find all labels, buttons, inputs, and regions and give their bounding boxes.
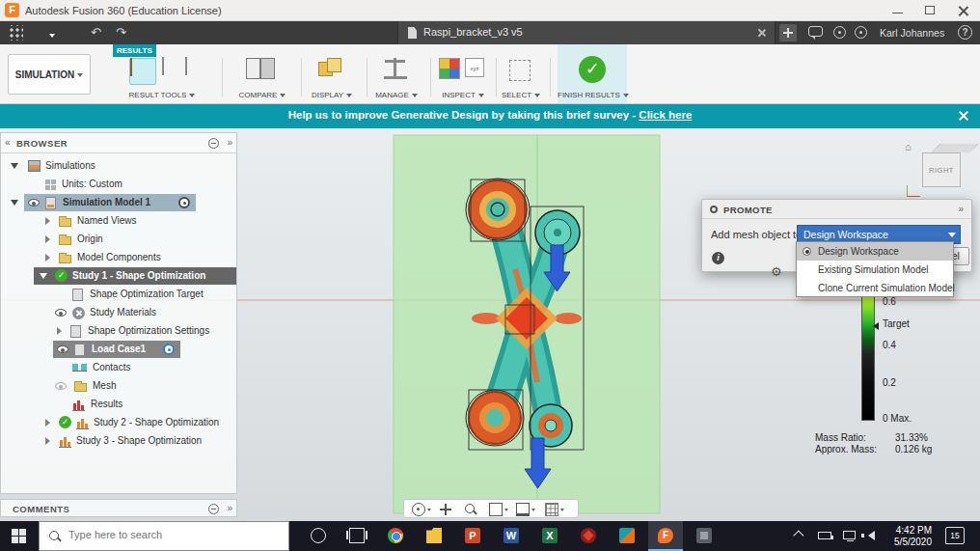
workspace-selector[interactable]: SIMULATION xyxy=(8,54,91,95)
help-icon[interactable]: ? xyxy=(958,25,972,40)
tree-item-shape-optimization-settings[interactable]: Shape Optimization Settings xyxy=(1,322,238,340)
tree-item-units[interactable]: Units: Custom xyxy=(1,176,238,193)
group-compare[interactable]: COMPARE xyxy=(231,91,293,99)
tree-item-load-case1[interactable]: Load Case1 xyxy=(1,341,238,358)
comments-panel[interactable]: COMMENTS » xyxy=(0,499,237,517)
view-cube[interactable]: RIGHT xyxy=(905,139,974,199)
taskbar-search-box[interactable] xyxy=(39,521,289,551)
promote-dialog-header[interactable]: PROMOTE » xyxy=(702,200,971,219)
tree-item-study-2[interactable]: Study 2 - Shape Optimization xyxy=(1,414,238,431)
tree-item-study-3[interactable]: Study 3 - Shape Optimization xyxy=(1,432,238,450)
redo-icon[interactable]: ↷ xyxy=(116,25,133,41)
expand-arrow-icon[interactable] xyxy=(45,437,50,445)
dialog-expand-icon[interactable]: » xyxy=(958,204,964,214)
comments-expand-icon[interactable]: » xyxy=(227,503,232,513)
info-icon[interactable] xyxy=(712,252,724,264)
visibility-eye-icon[interactable] xyxy=(55,382,67,390)
group-result-tools[interactable]: RESULT TOOLS xyxy=(114,91,210,99)
expand-arrow-icon[interactable] xyxy=(11,163,18,169)
expand-arrow-icon[interactable] xyxy=(45,235,50,243)
start-button[interactable] xyxy=(12,529,26,543)
tab-results[interactable]: RESULTS xyxy=(113,44,156,57)
expand-arrow-icon[interactable] xyxy=(45,254,50,262)
option-design-workspace[interactable]: Design Workspace xyxy=(797,242,953,261)
expand-arrow-icon[interactable] xyxy=(57,327,62,335)
result-contour-icon[interactable] xyxy=(162,58,164,75)
tree-item-named-views[interactable]: Named Views xyxy=(1,212,238,230)
action-center-icon[interactable]: 15 xyxy=(945,527,965,544)
activate-model-radio[interactable] xyxy=(178,197,190,208)
taskbar-app-teal[interactable] xyxy=(610,521,644,551)
view-cube-front-face[interactable]: RIGHT xyxy=(922,152,961,187)
undo-icon[interactable]: ↶ xyxy=(91,25,108,41)
job-status-icon[interactable] xyxy=(855,26,867,39)
visibility-eye-icon[interactable] xyxy=(55,309,67,317)
taskbar-fusion-360-active[interactable]: F xyxy=(648,521,683,551)
group-finish-results[interactable]: FINISH RESULTS xyxy=(558,44,627,103)
collapse-panel-icon[interactable]: « xyxy=(5,137,11,148)
option-clone-current-simulation-model[interactable]: Clone Current Simulation Model xyxy=(797,279,953,297)
taskbar-chrome[interactable] xyxy=(378,521,413,551)
taskbar-powerpoint[interactable]: P xyxy=(455,521,490,551)
tray-expand-chevron-icon[interactable] xyxy=(793,530,803,540)
cortana-button[interactable] xyxy=(301,521,336,551)
maximize-button[interactable] xyxy=(914,0,947,21)
notifications-icon[interactable] xyxy=(833,26,846,39)
visibility-eye-icon[interactable] xyxy=(57,345,68,353)
manage-icon[interactable] xyxy=(384,58,407,79)
grid-settings-icon[interactable] xyxy=(545,503,558,516)
compare-icon[interactable] xyxy=(246,58,275,79)
tree-item-contacts[interactable]: Contacts xyxy=(1,359,238,376)
close-button[interactable] xyxy=(947,0,980,21)
comments-icon[interactable] xyxy=(808,26,823,37)
document-tab[interactable]: Raspi_bracket_v3 v5 xyxy=(397,21,776,44)
chevron-down-icon[interactable] xyxy=(427,509,431,511)
view-cube-top-face[interactable] xyxy=(932,144,979,152)
save-icon[interactable] xyxy=(64,25,81,41)
tree-item-origin[interactable]: Origin xyxy=(1,231,238,248)
taskbar-file-explorer[interactable] xyxy=(417,521,451,551)
taskbar-clock[interactable]: 4:42 PM 5/5/2020 xyxy=(885,525,932,547)
home-view-icon[interactable] xyxy=(905,141,912,152)
chevron-down-icon[interactable] xyxy=(531,509,535,511)
search-input[interactable] xyxy=(68,529,276,540)
group-manage[interactable]: MANAGE xyxy=(368,91,424,99)
tree-item-study-materials[interactable]: Study Materials xyxy=(1,304,238,321)
chevron-down-icon[interactable] xyxy=(504,509,508,511)
result-tools-active-icon[interactable] xyxy=(129,58,156,85)
speaker-icon[interactable] xyxy=(868,531,875,540)
tree-item-results[interactable]: Results xyxy=(1,396,238,413)
group-display[interactable]: DISPLAY xyxy=(304,91,360,99)
group-inspect[interactable]: INSPECT xyxy=(436,91,490,99)
inspect-contour-icon[interactable] xyxy=(439,58,460,79)
tree-item-mesh[interactable]: Mesh xyxy=(1,377,238,395)
browser-expand-icon[interactable]: » xyxy=(227,137,232,148)
chevron-down-icon[interactable] xyxy=(560,509,564,511)
comments-collapse-icon[interactable] xyxy=(208,504,219,514)
network-icon[interactable] xyxy=(843,531,856,539)
tree-item-study-1[interactable]: Study 1 - Shape Optimization xyxy=(1,267,238,285)
survey-link[interactable]: Click here xyxy=(639,109,692,121)
fit-view-icon[interactable] xyxy=(489,503,503,516)
user-account-button[interactable]: Karl Johannes xyxy=(880,27,944,39)
app-grid-icon[interactable] xyxy=(8,25,23,41)
taskbar-excel[interactable]: X xyxy=(532,521,567,551)
zoom-icon[interactable] xyxy=(464,503,477,516)
tree-item-shape-optimization-target[interactable]: Shape Optimization Target xyxy=(1,286,238,303)
taskbar-word[interactable]: W xyxy=(494,521,529,551)
close-tab-icon[interactable] xyxy=(755,26,769,40)
tree-item-simulations[interactable]: Simulations xyxy=(1,157,238,175)
select-icon[interactable] xyxy=(509,60,531,81)
pan-icon[interactable] xyxy=(439,503,452,516)
tree-item-simulation-model-1[interactable]: Simulation Model 1 xyxy=(1,194,238,211)
taskbar-app-red-star[interactable] xyxy=(571,521,606,551)
taskbar-app-gray[interactable] xyxy=(687,521,721,551)
file-menu-icon[interactable] xyxy=(31,25,48,41)
option-existing-simulation-model[interactable]: Existing Simulation Model xyxy=(797,261,953,279)
tree-item-model-components[interactable]: Model Components xyxy=(1,249,238,266)
task-view-button[interactable] xyxy=(340,521,374,551)
gear-icon[interactable] xyxy=(771,264,782,279)
inspect-xyz-icon[interactable]: xyz xyxy=(465,58,484,77)
battery-icon[interactable] xyxy=(818,532,831,539)
visibility-eye-icon[interactable] xyxy=(28,199,40,207)
